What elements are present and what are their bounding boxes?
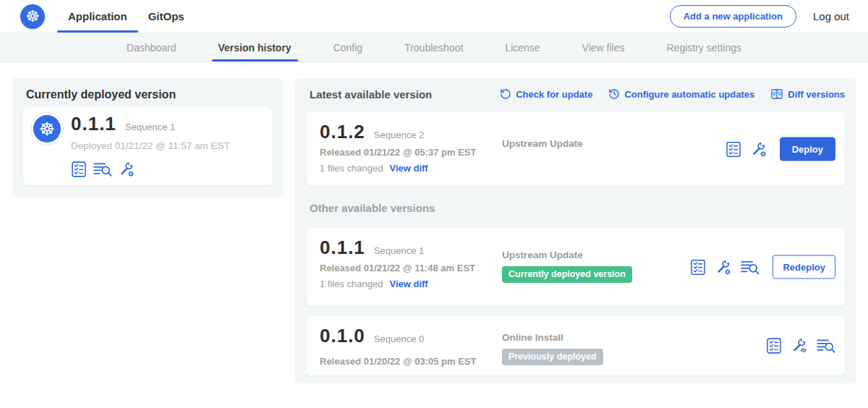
source-label: Upstream Update	[502, 138, 583, 149]
tab-troubleshoot-label: Troubleshoot	[404, 42, 463, 54]
view-diff-link[interactable]: View diff	[389, 163, 427, 174]
kubernetes-logo-icon: ☸	[20, 4, 45, 29]
view-diff-link[interactable]: View diff	[389, 279, 427, 289]
helm-wheel-glyph: ☸	[39, 120, 55, 138]
files-changed-line: 1 files changed View diff	[320, 279, 475, 289]
tab-version-history[interactable]: Version history	[218, 33, 292, 61]
config-wrench-gear-icon[interactable]	[715, 259, 731, 275]
currently-deployed-badge: Currently deployed version	[502, 266, 632, 283]
tab-license[interactable]: License	[505, 33, 540, 61]
sequence-label: Sequence 1	[374, 245, 424, 256]
tab-view-files[interactable]: View files	[582, 33, 625, 61]
deployed-card-actions	[71, 161, 135, 177]
release-notes-icon[interactable]	[726, 141, 741, 157]
files-changed-line: 1 files changed View diff	[320, 163, 476, 174]
configure-automatic-updates-label: Configure automatic updates	[624, 89, 754, 100]
top-nav: ☸ Application GitOps Add a new applicati…	[0, 0, 868, 33]
release-notes-icon[interactable]	[690, 259, 706, 275]
version-source: Upstream Update Currently deployed versi…	[502, 250, 632, 283]
tab-dashboard-label: Dashboard	[127, 42, 176, 54]
logout-button[interactable]: Log out	[813, 10, 849, 22]
tab-license-label: License	[505, 42, 540, 54]
configure-automatic-updates-link[interactable]: Configure automatic updates	[608, 88, 754, 100]
version-info: 0.1.0 Sequence 0 Released 01/20/22 @ 03:…	[320, 325, 476, 367]
latest-version-header: Latest available version Check for updat…	[310, 88, 845, 101]
diff-versions-label: Diff versions	[788, 89, 845, 100]
released-timestamp: Released 01/20/22 @ 03:05 pm EST	[320, 356, 476, 367]
previously-deployed-badge: Previously deployed	[502, 349, 603, 365]
deployed-version-line: 0.1.1 Sequence 1	[71, 113, 175, 135]
helm-wheel-glyph: ☸	[25, 9, 40, 25]
kubernetes-helm-icon: ☸	[33, 115, 61, 143]
version-info: 0.1.2 Sequence 2 Released 01/21/22 @ 05:…	[320, 121, 476, 174]
other-versions-title: Other available versions	[310, 202, 435, 214]
config-wrench-gear-icon[interactable]	[119, 161, 135, 177]
version-row-011: 0.1.1 Sequence 1 Released 01/21/22 @ 11:…	[307, 228, 845, 306]
currently-deployed-title: Currently deployed version	[26, 88, 176, 101]
currently-deployed-panel: Currently deployed version ☸ 0.1.1 Seque…	[12, 78, 284, 197]
check-for-update-link[interactable]: Check for update	[500, 88, 592, 100]
kots-admin-console: ☸ Application GitOps Add a new applicati…	[0, 0, 868, 408]
view-logs-icon[interactable]	[93, 161, 112, 177]
deployed-timestamp: Deployed 01/21/22 @ 11:57 am EST	[71, 140, 230, 151]
refresh-icon	[500, 88, 511, 100]
diff-columns-icon	[770, 88, 783, 101]
version-number: 0.1.1	[320, 237, 365, 259]
version-row-012: 0.1.2 Sequence 2 Released 01/21/22 @ 05:…	[307, 112, 845, 186]
latest-version-title: Latest available version	[310, 88, 432, 101]
files-changed-label: 1 files changed	[320, 279, 383, 289]
tab-troubleshoot[interactable]: Troubleshoot	[404, 33, 463, 61]
deployed-sequence-label: Sequence 1	[125, 122, 175, 132]
version-history-panel: Latest available version Check for updat…	[295, 78, 856, 383]
currently-deployed-card: ☸ 0.1.1 Sequence 1 Deployed 01/21/22 @ 1…	[23, 107, 272, 185]
tab-registry-settings[interactable]: Registry settings	[667, 33, 741, 61]
app-tabs: Application GitOps	[67, 0, 185, 33]
schedule-history-icon	[608, 88, 620, 100]
version-source: Online Install Previously deployed	[502, 332, 603, 365]
release-notes-icon[interactable]	[71, 161, 87, 177]
version-row-actions	[766, 338, 835, 354]
release-notes-icon[interactable]	[766, 338, 782, 354]
deploy-button[interactable]: Deploy	[780, 137, 835, 161]
released-timestamp: Released 01/21/22 @ 05:37 pm EST	[320, 147, 476, 158]
diff-versions-link[interactable]: Diff versions	[770, 88, 845, 101]
version-row-actions: Deploy	[726, 137, 835, 161]
version-source: Upstream Update	[502, 138, 583, 149]
version-row-010: 0.1.0 Sequence 0 Released 01/20/22 @ 03:…	[307, 316, 845, 375]
version-number: 0.1.2	[320, 121, 365, 143]
tab-config-label: Config	[333, 42, 362, 54]
source-label: Upstream Update	[502, 250, 632, 260]
top-nav-right: Add a new application Log out	[670, 5, 849, 27]
add-application-button[interactable]: Add a new application	[670, 5, 796, 27]
sequence-label: Sequence 2	[374, 129, 424, 140]
released-timestamp: Released 01/21/22 @ 11:48 am EST	[320, 263, 475, 273]
redeploy-button[interactable]: Redeploy	[773, 255, 835, 279]
tab-application[interactable]: Application	[67, 0, 128, 33]
check-for-update-label: Check for update	[516, 89, 592, 100]
tab-gitops[interactable]: GitOps	[148, 0, 185, 33]
version-number: 0.1.0	[320, 325, 365, 347]
source-label: Online Install	[502, 332, 603, 343]
version-actions: Check for update Configure automatic upd…	[500, 88, 845, 101]
files-changed-label: 1 files changed	[320, 163, 383, 174]
view-logs-icon[interactable]	[741, 259, 760, 275]
config-wrench-gear-icon[interactable]	[751, 141, 767, 157]
tab-config[interactable]: Config	[333, 33, 362, 61]
sequence-label: Sequence 0	[374, 333, 424, 344]
deployed-version-number: 0.1.1	[71, 113, 116, 135]
tab-view-files-label: View files	[582, 42, 625, 54]
config-wrench-eye-icon[interactable]	[791, 338, 807, 354]
view-logs-icon[interactable]	[817, 338, 835, 354]
tab-registry-settings-label: Registry settings	[667, 42, 741, 54]
tab-gitops-label: GitOps	[148, 10, 184, 22]
tab-dashboard[interactable]: Dashboard	[127, 33, 176, 61]
tab-version-history-label: Version history	[218, 42, 292, 54]
tab-application-label: Application	[68, 10, 127, 22]
version-info: 0.1.1 Sequence 1 Released 01/21/22 @ 11:…	[320, 237, 475, 289]
app-icon: ☸	[30, 112, 64, 145]
version-row-actions: Redeploy	[690, 255, 835, 279]
app-sub-nav: Dashboard Version history Config Trouble…	[0, 33, 868, 62]
